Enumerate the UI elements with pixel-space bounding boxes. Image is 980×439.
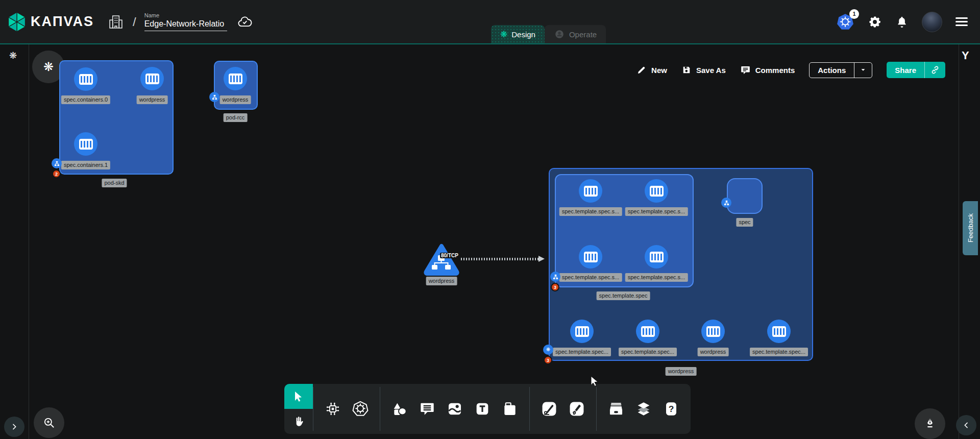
node-label: wordpress	[137, 95, 168, 104]
node-deploy-container-1[interactable]	[636, 320, 659, 343]
node-deploy-container-3[interactable]	[767, 320, 791, 343]
node-wordpress-pod-skd[interactable]	[140, 67, 164, 90]
freehand-pencil-icon	[568, 400, 585, 418]
node-template-container-3[interactable]	[645, 245, 668, 269]
error-count-badge[interactable]: 2	[52, 169, 61, 178]
save-status-cloud-icon[interactable]	[237, 15, 253, 29]
shapes-icon	[391, 401, 408, 417]
logo-text: KAΠVAS	[31, 14, 94, 30]
image-icon	[447, 401, 463, 417]
drawer-tool-button[interactable]	[607, 400, 625, 418]
chip-icon	[325, 401, 341, 417]
container-icon	[772, 326, 786, 337]
design-name-field[interactable]: Name Edge-Network-Relatio	[144, 12, 227, 31]
actions-label: Actions	[818, 66, 846, 75]
design-swirl-icon: ❋	[500, 29, 507, 40]
kubernetes-tool-button[interactable]	[351, 400, 370, 418]
settings-gear-icon[interactable]	[868, 15, 882, 29]
y-tool-icon[interactable]: Y	[962, 49, 969, 62]
help-icon: ?	[663, 401, 679, 417]
kanvas-logo-icon	[8, 12, 26, 32]
hierarchy-badge-icon[interactable]	[209, 92, 219, 102]
node-deploy-container-2[interactable]	[701, 320, 725, 343]
user-avatar[interactable]	[922, 12, 942, 32]
kubernetes-wheel-icon	[352, 400, 369, 418]
feedback-label: Feedback	[967, 213, 974, 242]
node-spec[interactable]	[727, 178, 763, 214]
notifications-bell-icon[interactable]	[895, 15, 909, 29]
error-count-badge[interactable]: 3	[551, 283, 559, 291]
svg-text:?: ?	[669, 404, 674, 414]
expand-left-panel-button[interactable]	[4, 417, 24, 437]
component-tools	[313, 384, 380, 434]
save-as-button[interactable]: Save As	[681, 65, 726, 75]
node-label: spec.template.spec.s...	[559, 273, 622, 282]
text-tool-button[interactable]	[473, 400, 492, 418]
save-as-label: Save As	[696, 66, 726, 75]
shapes-tool-button[interactable]	[390, 400, 409, 418]
cursor-arrow-icon	[292, 391, 305, 403]
node-service-wordpress[interactable]	[423, 243, 460, 276]
node-wordpress-pod-rcc[interactable]	[224, 67, 247, 90]
chevron-left-icon	[962, 421, 970, 429]
copy-link-button[interactable]	[924, 62, 945, 78]
help-tool-button[interactable]: ?	[662, 400, 680, 418]
container-icon	[584, 186, 598, 197]
node-spec-containers-0[interactable]	[74, 67, 97, 91]
collapse-right-panel-button[interactable]	[956, 415, 976, 435]
group-label: spec.template.spec	[597, 291, 650, 300]
tab-operate-label: Operate	[569, 30, 597, 39]
node-template-container-2[interactable]	[579, 245, 602, 269]
container-icon	[706, 326, 720, 337]
node-deploy-container-0[interactable]	[570, 320, 594, 343]
container-icon	[584, 252, 598, 262]
tab-operate[interactable]: Operate	[545, 25, 606, 43]
pen-tool-button[interactable]	[540, 400, 558, 418]
image-tool-button[interactable]	[446, 400, 464, 418]
comment-icon	[419, 401, 435, 417]
edge-service-to-deployment[interactable]	[461, 258, 540, 260]
components-tool-button[interactable]	[324, 400, 342, 418]
container-icon	[641, 326, 655, 337]
zoom-button[interactable]	[34, 407, 64, 438]
comments-button[interactable]: Comments	[740, 65, 795, 76]
canvas[interactable]: ❋ ❋ Y	[0, 1, 980, 439]
node-template-container-0[interactable]	[579, 179, 602, 203]
sticky-note-tool-button[interactable]	[501, 400, 519, 418]
node-spec-containers-1[interactable]	[74, 132, 97, 156]
freehand-tool-button[interactable]	[568, 400, 586, 418]
error-count-badge[interactable]: 3	[544, 356, 552, 364]
actions-dropdown-button[interactable]	[854, 63, 872, 78]
node-label: wordpress	[698, 348, 729, 356]
pan-tool-button[interactable]	[284, 409, 313, 434]
organization-icon[interactable]	[108, 14, 124, 30]
select-tool-button[interactable]	[284, 384, 313, 409]
node-template-container-1[interactable]	[645, 179, 668, 203]
k8s-context-count-badge: 1	[849, 9, 859, 19]
new-button[interactable]: New	[636, 65, 667, 75]
group-spec-template-spec[interactable]	[555, 174, 694, 287]
container-icon	[145, 74, 159, 84]
feedback-tab[interactable]: Feedback	[963, 201, 978, 255]
share-label: Share	[895, 66, 916, 75]
pen-mode-button[interactable]	[915, 408, 945, 439]
node-label: spec.template.spec.s...	[625, 207, 688, 216]
breadcrumb-separator: /	[133, 15, 136, 29]
comment-tool-button[interactable]	[418, 400, 436, 418]
mode-tabs: ❋ Design Operate	[491, 25, 606, 43]
pen-nib-icon	[923, 417, 937, 430]
menu-hamburger-icon[interactable]	[955, 17, 968, 26]
actions-button[interactable]: Actions	[810, 63, 854, 78]
meshery-badge-icon[interactable]: ❋	[543, 345, 553, 355]
layers-tool-button[interactable]	[634, 400, 653, 418]
k8s-context-button[interactable]: 1	[836, 13, 854, 31]
hierarchy-badge-icon[interactable]	[52, 158, 62, 168]
hierarchy-badge-icon[interactable]	[550, 272, 560, 282]
utility-tools: ?	[597, 384, 691, 434]
design-name-input[interactable]: Edge-Network-Relatio	[144, 19, 227, 31]
share-button[interactable]: Share	[887, 62, 924, 78]
tab-design[interactable]: ❋ Design	[491, 25, 545, 43]
hierarchy-badge-icon[interactable]	[721, 198, 731, 208]
canvas-toolbar: ?	[284, 384, 691, 434]
group-label: pod-skd	[102, 179, 127, 187]
